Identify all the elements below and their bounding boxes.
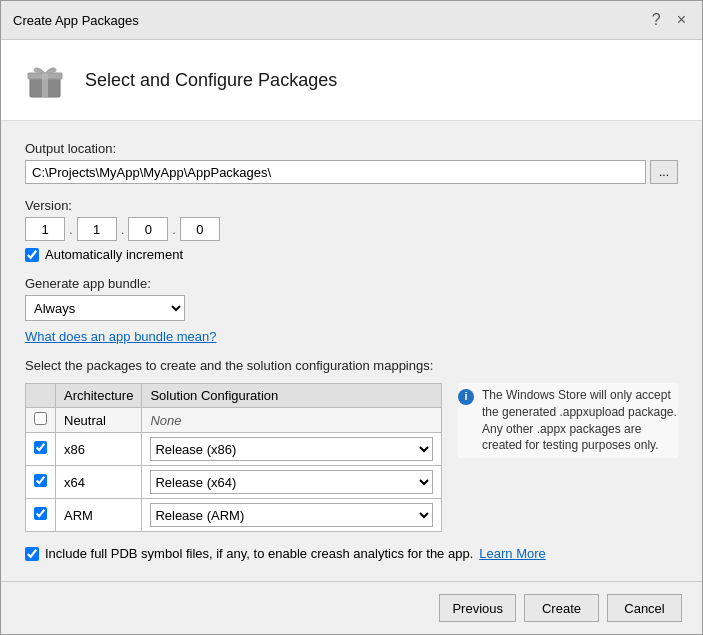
x86-checkbox-cell — [26, 433, 56, 466]
neutral-arch-cell: Neutral — [56, 408, 142, 433]
svg-rect-2 — [42, 73, 48, 97]
output-location-input[interactable] — [25, 160, 646, 184]
title-bar: Create App Packages ? × — [1, 1, 702, 40]
symbol-row: Include full PDB symbol files, if any, t… — [25, 546, 678, 561]
version-sep-3: . — [172, 222, 176, 237]
col-header-solution-config: Solution Configuration — [142, 384, 442, 408]
version-v3-input[interactable] — [128, 217, 168, 241]
arm-checkbox[interactable] — [34, 507, 47, 520]
version-v1-input[interactable] — [25, 217, 65, 241]
x64-checkbox-cell — [26, 466, 56, 499]
packages-section-label: Select the packages to create and the so… — [25, 358, 678, 373]
version-group: Version: . . . Automatically increment — [25, 198, 678, 262]
packages-section: Select the packages to create and the so… — [25, 358, 678, 532]
auto-increment-label[interactable]: Automatically increment — [45, 247, 183, 262]
close-button[interactable]: × — [673, 9, 690, 31]
arm-config-select[interactable]: Release (ARM) Debug (ARM) — [150, 503, 433, 527]
arm-config-cell: Release (ARM) Debug (ARM) — [142, 499, 442, 532]
help-button[interactable]: ? — [648, 9, 665, 31]
bundle-section: Generate app bundle: Always As needed Ne… — [25, 276, 678, 344]
bundle-label: Generate app bundle: — [25, 276, 678, 291]
app-bundle-link[interactable]: What does an app bundle mean? — [25, 329, 217, 344]
col-header-architecture: Architecture — [56, 384, 142, 408]
info-icon: i — [458, 389, 474, 405]
table-row: x86 Release (x86) Debug (x86) — [26, 433, 442, 466]
x86-config-select[interactable]: Release (x86) Debug (x86) — [150, 437, 433, 461]
version-sep-1: . — [69, 222, 73, 237]
version-label: Version: — [25, 198, 678, 213]
auto-increment-row: Automatically increment — [25, 247, 678, 262]
bundle-select-row: Always As needed Never — [25, 295, 678, 321]
learn-more-link[interactable]: Learn More — [479, 546, 545, 561]
packages-table-container: Architecture Solution Configuration Neut… — [25, 383, 442, 532]
create-app-packages-dialog: Create App Packages ? × Select and Confi… — [0, 0, 703, 635]
bundle-select[interactable]: Always As needed Never — [25, 295, 185, 321]
packages-area: Architecture Solution Configuration Neut… — [25, 383, 678, 532]
x64-config-select[interactable]: Release (x64) Debug (x64) — [150, 470, 433, 494]
dialog-title: Create App Packages — [13, 13, 139, 28]
neutral-checkbox-cell — [26, 408, 56, 433]
title-bar-controls: ? × — [648, 9, 690, 31]
version-v4-input[interactable] — [180, 217, 220, 241]
version-sep-2: . — [121, 222, 125, 237]
previous-button[interactable]: Previous — [439, 594, 516, 622]
packages-table: Architecture Solution Configuration Neut… — [25, 383, 442, 532]
version-v2-input[interactable] — [77, 217, 117, 241]
create-button[interactable]: Create — [524, 594, 599, 622]
x64-arch-cell: x64 — [56, 466, 142, 499]
table-row: Neutral None — [26, 408, 442, 433]
x86-arch-cell: x86 — [56, 433, 142, 466]
arm-checkbox-cell — [26, 499, 56, 532]
x64-checkbox[interactable] — [34, 474, 47, 487]
output-location-group: Output location: ... — [25, 141, 678, 184]
dialog-content: Output location: ... Version: . . . Auto… — [1, 121, 702, 581]
x64-config-cell: Release (x64) Debug (x64) — [142, 466, 442, 499]
browse-button[interactable]: ... — [650, 160, 678, 184]
symbol-checkbox[interactable] — [25, 547, 39, 561]
table-row: ARM Release (ARM) Debug (ARM) — [26, 499, 442, 532]
neutral-checkbox[interactable] — [34, 412, 47, 425]
arm-arch-cell: ARM — [56, 499, 142, 532]
auto-increment-checkbox[interactable] — [25, 248, 39, 262]
version-row: . . . — [25, 217, 678, 241]
package-icon — [21, 56, 69, 104]
table-row: x64 Release (x64) Debug (x64) — [26, 466, 442, 499]
header-section: Select and Configure Packages — [1, 40, 702, 121]
info-box: i The Windows Store will only accept the… — [458, 383, 678, 458]
symbol-label-text[interactable]: Include full PDB symbol files, if any, t… — [45, 546, 473, 561]
footer: Previous Create Cancel — [1, 581, 702, 634]
x86-config-cell: Release (x86) Debug (x86) — [142, 433, 442, 466]
col-header-checkbox — [26, 384, 56, 408]
header-title: Select and Configure Packages — [85, 70, 337, 91]
x86-checkbox[interactable] — [34, 441, 47, 454]
neutral-config-cell: None — [142, 408, 442, 433]
cancel-button[interactable]: Cancel — [607, 594, 682, 622]
path-row: ... — [25, 160, 678, 184]
info-text: The Windows Store will only accept the g… — [482, 387, 678, 454]
output-location-label: Output location: — [25, 141, 678, 156]
neutral-config-none: None — [150, 413, 181, 428]
